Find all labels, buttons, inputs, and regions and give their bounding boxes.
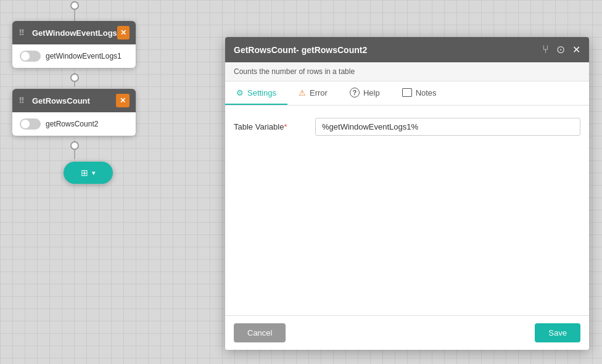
header-left-1: ⠿ GetWindowEventLogs: [19, 28, 117, 38]
form-row-table-variable: Table Variable*: [234, 118, 580, 136]
help-icon: ?: [350, 88, 360, 97]
modal-branch-icon[interactable]: ⑂: [542, 43, 549, 56]
save-button[interactable]: Save: [535, 323, 580, 342]
toggle-1[interactable]: [20, 51, 41, 62]
modal-history-icon[interactable]: ⊙: [556, 43, 565, 56]
node-label-1: getWindowEventLogs1: [46, 52, 122, 60]
required-asterisk: *: [284, 122, 287, 131]
node-get-window-event-logs[interactable]: ⠿ GetWindowEventLogs ✕ getWindowEventLog…: [12, 21, 136, 68]
settings-icon: ⚙: [236, 88, 244, 97]
error-icon: ⚠: [299, 88, 306, 97]
drag-handle-1: ⠿: [19, 28, 25, 38]
modal-header-icons: ⑂ ⊙ ✕: [542, 43, 580, 56]
tab-help[interactable]: ? Help: [339, 81, 391, 105]
node-get-rows-count[interactable]: ⠿ GetRowsCount ✕ getRowsCount2: [12, 89, 136, 136]
modal-dialog: GetRowsCount- getRowsCount2 ⑂ ⊙ ✕ Counts…: [225, 37, 589, 350]
tab-settings-label: Settings: [247, 88, 276, 97]
header-left-2: ⠿ GetRowsCount: [19, 96, 90, 105]
end-node-chevron: ▾: [92, 169, 96, 177]
tab-notes-label: Notes: [416, 88, 437, 97]
table-variable-label: Table Variable*: [234, 122, 308, 131]
end-node[interactable]: ⊞ ▾: [64, 162, 113, 184]
node-title-1: GetWindowEventLogs: [32, 28, 117, 38]
node-body-1: getWindowEventLogs1: [12, 44, 136, 68]
modal-tabs: ⚙ Settings ⚠ Error ? Help Notes: [225, 81, 589, 105]
tab-help-label: Help: [363, 88, 380, 97]
canvas: ⠿ GetWindowEventLogs ✕ getWindowEventLog…: [0, 0, 602, 364]
modal-title: GetRowsCount- getRowsCount2: [234, 45, 367, 55]
table-variable-input[interactable]: [315, 118, 580, 136]
node-tools-icon-1[interactable]: ✕: [117, 26, 130, 39]
tab-notes[interactable]: Notes: [391, 81, 448, 105]
node-header-1: ⠿ GetWindowEventLogs ✕: [12, 21, 136, 44]
tab-settings[interactable]: ⚙ Settings: [225, 81, 287, 105]
modal-close-icon[interactable]: ✕: [572, 44, 580, 56]
end-node-icon: ⊞: [81, 168, 88, 178]
svg-point-3: [71, 74, 78, 81]
toggle-2[interactable]: [20, 118, 41, 130]
modal-subtitle: Counts the number of rows in a table: [225, 62, 589, 81]
tab-error-label: Error: [310, 88, 328, 97]
node-body-2: getRowsCount2: [12, 112, 136, 136]
drag-handle-2: ⠿: [19, 96, 25, 105]
node-tools-icon-2[interactable]: ✕: [116, 94, 130, 107]
modal-content: Table Variable*: [225, 105, 589, 315]
cancel-button[interactable]: Cancel: [234, 323, 286, 342]
node-title-2: GetRowsCount: [32, 96, 90, 105]
modal-footer: Cancel Save: [225, 315, 589, 350]
node-header-2: ⠿ GetRowsCount ✕: [12, 89, 136, 112]
tab-error[interactable]: ⚠ Error: [287, 81, 339, 105]
node-label-2: getRowsCount2: [46, 120, 98, 128]
notes-icon: [402, 88, 412, 97]
modal-header: GetRowsCount- getRowsCount2 ⑂ ⊙ ✕: [225, 37, 589, 62]
svg-point-1: [71, 2, 78, 9]
svg-point-5: [71, 142, 78, 149]
